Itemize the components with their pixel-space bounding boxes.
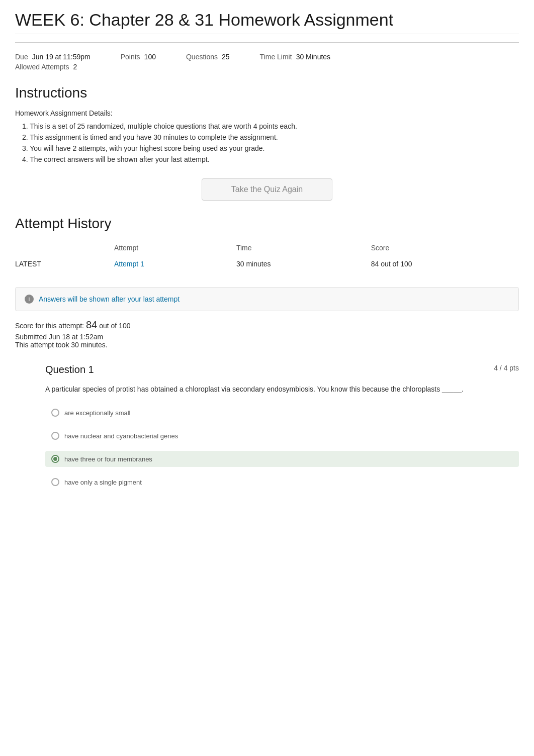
points-value: 100 — [144, 53, 156, 61]
due-value: Jun 19 at 11:59pm — [32, 53, 91, 61]
answer-label-4: have only a single pigment — [64, 479, 142, 486]
due-label: Due — [15, 53, 28, 61]
allowed-attempts-label: Allowed Attempts — [15, 63, 69, 71]
col-tag — [15, 240, 108, 256]
attempt-history-title: Attempt History — [15, 216, 519, 232]
questions-item: Questions 25 — [186, 53, 230, 61]
score-label: Score for this attempt: — [15, 322, 84, 330]
instructions-title: Instructions — [15, 85, 519, 101]
score-line: Score for this attempt: 84 out of 100 — [15, 319, 519, 331]
due-item: Due Jun 19 at 11:59pm — [15, 53, 91, 61]
answer-option-1[interactable]: are exceptionally small — [45, 405, 519, 421]
meta-row-1: Due Jun 19 at 11:59pm Points 100 Questio… — [15, 53, 519, 61]
info-icon: i — [25, 295, 34, 304]
score-number: 84 — [86, 319, 97, 331]
col-attempt: Attempt — [108, 240, 230, 256]
answer-label-2: have nuclear and cyanobacterial genes — [64, 432, 178, 440]
col-time: Time — [230, 240, 365, 256]
radio-circle-3 — [51, 455, 59, 463]
instructions-section: Instructions Homework Assignment Details… — [15, 85, 519, 163]
allowed-attempts-value: 2 — [73, 63, 77, 71]
list-item: 1. This is a set of 25 randomized, multi… — [20, 122, 519, 130]
answer-label-1: are exceptionally small — [64, 409, 131, 417]
question-1-title: Question 1 — [45, 364, 94, 375]
points-item: Points 100 — [121, 53, 156, 61]
attempt-history-table: Attempt Time Score LATEST Attempt 1 30 m… — [15, 240, 519, 272]
col-score: Score — [365, 240, 519, 256]
submitted-text: Submitted Jun 18 at 1:52am — [15, 333, 519, 341]
radio-circle-2 — [51, 432, 59, 440]
attempt-time: 30 minutes — [230, 256, 365, 272]
instructions-list: 1. This is a set of 25 randomized, multi… — [15, 122, 519, 163]
time-limit-item: Time Limit 30 Minutes — [260, 53, 331, 61]
question-1-block: Question 1 4 / 4 pts A particular specie… — [45, 364, 519, 490]
take-quiz-button[interactable]: Take the Quiz Again — [202, 178, 332, 201]
meta-row-2: Allowed Attempts 2 — [15, 63, 519, 71]
score-suffix: out of 100 — [99, 322, 130, 330]
list-item: 3. You will have 2 attempts, with your h… — [20, 144, 519, 152]
question-1-text: A particular species of protist has obta… — [45, 384, 519, 395]
time-limit-value: 30 Minutes — [296, 53, 330, 61]
attempt-score: 84 out of 100 — [365, 256, 519, 272]
list-item: 4. The correct answers will be shown aft… — [20, 155, 519, 163]
answer-option-2[interactable]: have nuclear and cyanobacterial genes — [45, 428, 519, 444]
attempt-tag: LATEST — [15, 256, 108, 272]
info-box: i Answers will be shown after your last … — [15, 287, 519, 311]
info-text: Answers will be shown after your last at… — [39, 295, 180, 303]
attempt-link[interactable]: Attempt 1 — [114, 260, 144, 268]
table-row: LATEST Attempt 1 30 minutes 84 out of 10… — [15, 256, 519, 272]
answer-option-4[interactable]: have only a single pigment — [45, 474, 519, 490]
list-item: 2. This assignment is timed and you have… — [20, 133, 519, 141]
question-1-header: Question 1 4 / 4 pts — [45, 364, 519, 375]
page-title: WEEK 6: Chapter 28 & 31 Homework Assignm… — [15, 10, 519, 34]
questions-label: Questions — [186, 53, 218, 61]
radio-circle-1 — [51, 409, 59, 417]
time-limit-label: Time Limit — [260, 53, 292, 61]
duration-text: This attempt took 30 minutes. — [15, 341, 519, 349]
question-1-pts: 4 / 4 pts — [494, 364, 519, 372]
attempt-link-cell[interactable]: Attempt 1 — [108, 256, 230, 272]
answer-option-3[interactable]: have three or four membranes — [45, 451, 519, 467]
allowed-attempts-item: Allowed Attempts 2 — [15, 63, 77, 71]
questions-value: 25 — [222, 53, 230, 61]
answer-label-3: have three or four membranes — [64, 455, 152, 463]
points-label: Points — [121, 53, 140, 61]
radio-circle-4 — [51, 478, 59, 486]
attempt-history-section: Attempt History Attempt Time Score LATES… — [15, 216, 519, 272]
instructions-label: Homework Assignment Details: — [15, 109, 519, 117]
score-details: Score for this attempt: 84 out of 100 Su… — [15, 319, 519, 349]
